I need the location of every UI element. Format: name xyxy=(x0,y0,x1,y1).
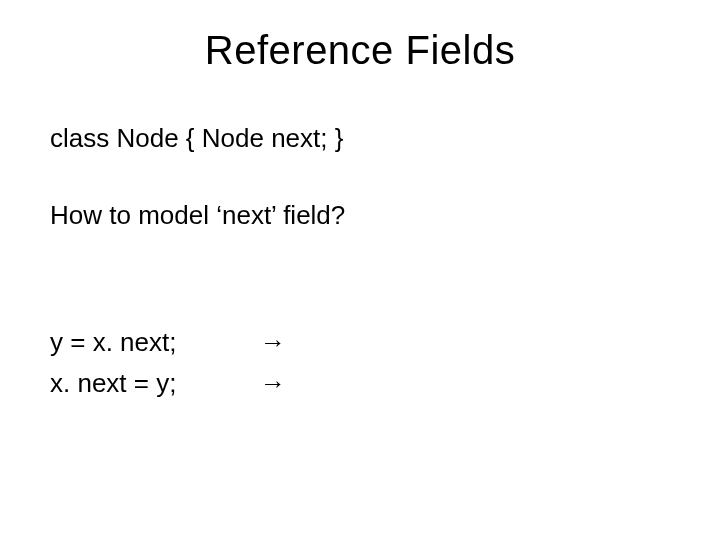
class-declaration: class Node { Node next; } xyxy=(50,121,670,156)
slide-container: Reference Fields class Node { Node next;… xyxy=(0,0,720,540)
code-snippet: y = x. next; xyxy=(50,325,260,360)
arrow-right-icon: → xyxy=(260,368,286,399)
slide-title: Reference Fields xyxy=(50,28,670,73)
arrow-right-icon: → xyxy=(260,327,286,358)
code-snippet: x. next = y; xyxy=(50,366,260,401)
code-row: y = x. next; → xyxy=(50,325,670,360)
code-row: x. next = y; → xyxy=(50,366,670,401)
question-text: How to model ‘next’ field? xyxy=(50,198,670,233)
